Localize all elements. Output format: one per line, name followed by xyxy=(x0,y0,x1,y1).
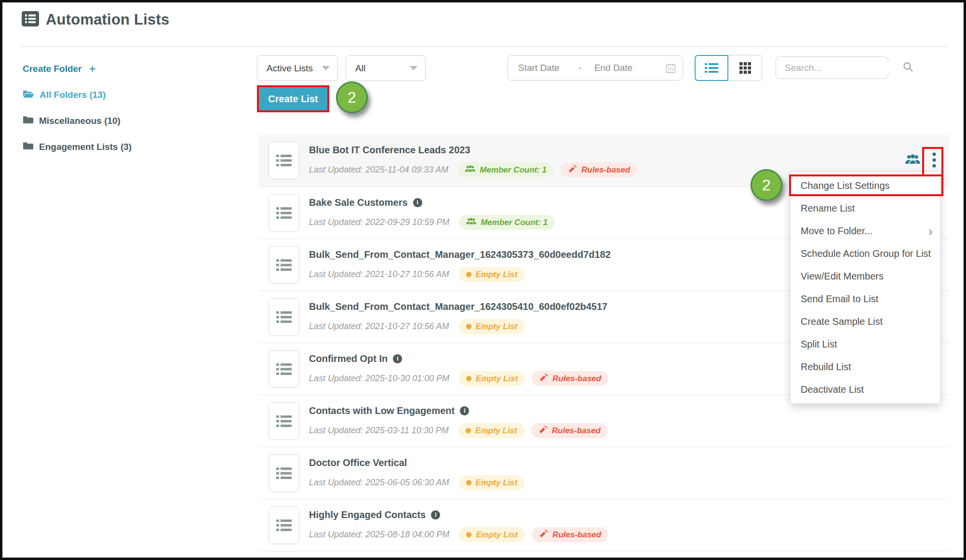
sidebar-item-miscellaneous[interactable]: Miscellaneous (10) xyxy=(23,115,121,126)
last-updated: Last Updated: 2025-06-05 06:30 AM xyxy=(309,478,449,488)
list-row[interactable]: Highly Engaged Contacts i Last Updated: … xyxy=(259,499,949,551)
list-title: Doctor Office Vertical xyxy=(309,456,407,469)
members-icon[interactable] xyxy=(905,154,920,167)
menu-item-deactivate-list[interactable]: Deactivate List xyxy=(791,378,940,401)
list-item-icon xyxy=(268,142,299,179)
folder-open-icon xyxy=(23,89,34,101)
menu-item-rename-list[interactable]: Rename List xyxy=(791,197,940,220)
empty-dot-icon xyxy=(466,480,471,485)
list-context-menu: Change List SettingsRename ListMove to F… xyxy=(790,172,940,404)
empty-list-badge: Empty List xyxy=(459,371,525,386)
member-count-badge: Member Count: 1 xyxy=(458,162,554,177)
rules-based-badge: Rules-based xyxy=(532,371,608,386)
list-row[interactable] xyxy=(259,551,949,560)
rules-based-badge: Rules-based xyxy=(532,527,608,542)
info-icon[interactable]: i xyxy=(393,354,402,363)
filter-value: All xyxy=(355,63,365,74)
info-icon[interactable]: i xyxy=(413,198,422,207)
last-updated: Last Updated: 2021-10-27 10:56 AM xyxy=(309,269,449,280)
create-folder-button[interactable]: Create Folder + xyxy=(23,64,96,74)
automation-lists-icon xyxy=(22,11,39,28)
list-item-icon xyxy=(268,246,299,284)
list-view-icon xyxy=(705,63,718,73)
rules-based-badge: Rules-based xyxy=(531,423,608,438)
badge-group: Empty List xyxy=(459,319,525,334)
badge-group: Member Count: 1Rules-based xyxy=(458,162,637,177)
create-folder-label: Create Folder xyxy=(23,64,81,74)
list-row[interactable]: Doctor Office Vertical Last Updated: 202… xyxy=(259,447,949,499)
step-2-badge: 2 xyxy=(336,81,368,113)
chevron-down-icon xyxy=(410,66,417,70)
menu-item-split-list[interactable]: Split List xyxy=(791,333,940,356)
empty-dot-icon xyxy=(466,428,471,433)
chevron-down-icon xyxy=(322,66,330,70)
sidebar-item-engagement-lists[interactable]: Engagement Lists (3) xyxy=(23,141,132,152)
info-icon[interactable]: i xyxy=(460,406,469,415)
step-2-badge: 2 xyxy=(751,169,782,201)
chevron-right-icon: › xyxy=(928,227,940,236)
list-item-icon xyxy=(268,454,299,492)
last-updated: Last Updated: 2021-10-27 10:56 AM xyxy=(309,321,449,332)
list-title: Bulk_Send_From_Contact_Manager_162430541… xyxy=(309,300,607,313)
filter-dropdown[interactable]: All xyxy=(346,55,426,81)
list-type-value: Active Lists xyxy=(267,63,313,74)
list-type-dropdown[interactable]: Active Lists xyxy=(257,55,338,81)
badge-group: Empty ListRules-based xyxy=(458,423,608,438)
empty-list-badge: Empty List xyxy=(458,423,524,438)
sidebar-item-all-folders[interactable]: All Folders (13) xyxy=(23,89,106,101)
menu-item-rebuild-list[interactable]: Rebuild List xyxy=(791,356,940,378)
list-title: Highly Engaged Contacts xyxy=(309,508,426,521)
members-icon xyxy=(466,217,476,227)
plus-icon: + xyxy=(89,65,95,73)
grid-view-icon xyxy=(739,62,751,74)
view-toggle xyxy=(695,55,762,81)
change-list-settings-highlight xyxy=(789,174,943,196)
empty-list-badge: Empty List xyxy=(459,475,525,490)
sidebar-item-label: Miscellaneous (10) xyxy=(39,116,121,126)
list-title: Bulk_Send_From_Contact_Manager_162430537… xyxy=(309,248,611,261)
header-divider xyxy=(20,46,947,47)
search-box xyxy=(776,56,888,79)
last-updated: Last Updated: 2022-09-29 10:59 PM xyxy=(309,217,449,227)
members-icon xyxy=(465,165,475,175)
end-date-placeholder: End Date xyxy=(594,63,632,73)
grid-view-button[interactable] xyxy=(728,55,762,81)
list-view-button[interactable] xyxy=(695,55,728,81)
list-item-icon xyxy=(268,298,299,336)
empty-list-badge: Empty List xyxy=(459,267,525,282)
empty-list-badge: Empty List xyxy=(459,319,525,334)
date-separator: - xyxy=(579,63,582,73)
info-icon[interactable]: i xyxy=(431,510,440,520)
folder-icon xyxy=(23,115,34,126)
list-title: Blue Bot IT Conference Leads 2023 xyxy=(309,144,470,156)
menu-item-create-sample-list[interactable]: Create Sample List xyxy=(791,310,940,333)
list-item-icon xyxy=(268,350,299,388)
list-item-icon xyxy=(268,194,299,232)
automation-lists-page: Automation Lists Create Folder + All Fol… xyxy=(0,0,966,560)
empty-dot-icon xyxy=(466,324,471,329)
empty-list-badge: Empty List xyxy=(459,527,525,542)
list-item-icon xyxy=(268,402,299,440)
last-updated: Last Updated: 2025-03-11 10:30 PM xyxy=(309,426,449,436)
search-input[interactable] xyxy=(785,63,903,73)
date-range-picker[interactable]: Start Date - End Date xyxy=(508,55,683,80)
calendar-icon xyxy=(666,63,676,73)
list-title: Bake Sale Customers xyxy=(309,196,408,209)
menu-item-schedule-action-group-for-list[interactable]: Schedule Action Group for List xyxy=(791,242,940,265)
folder-icon xyxy=(23,141,34,152)
page-title: Automation Lists xyxy=(46,11,169,28)
rules-based-badge: Rules-based xyxy=(561,162,637,177)
sidebar-item-label: Engagement Lists (3) xyxy=(39,142,132,152)
empty-dot-icon xyxy=(466,376,471,381)
last-updated: Last Updated: 2025-11-04 09:33 AM xyxy=(309,165,448,175)
empty-dot-icon xyxy=(466,272,471,277)
wand-icon xyxy=(538,425,548,437)
menu-item-view-edit-members[interactable]: View/Edit Members xyxy=(791,265,940,288)
menu-item-send-email-to-list[interactable]: Send Email to List xyxy=(791,288,940,310)
list-item-icon xyxy=(268,507,299,544)
badge-group: Empty ListRules-based xyxy=(459,527,608,542)
menu-item-move-to-folder[interactable]: Move to Folder...› xyxy=(791,220,940,242)
create-list-button[interactable]: Create List xyxy=(259,87,327,110)
wand-icon xyxy=(539,529,548,541)
wand-icon xyxy=(539,373,548,385)
